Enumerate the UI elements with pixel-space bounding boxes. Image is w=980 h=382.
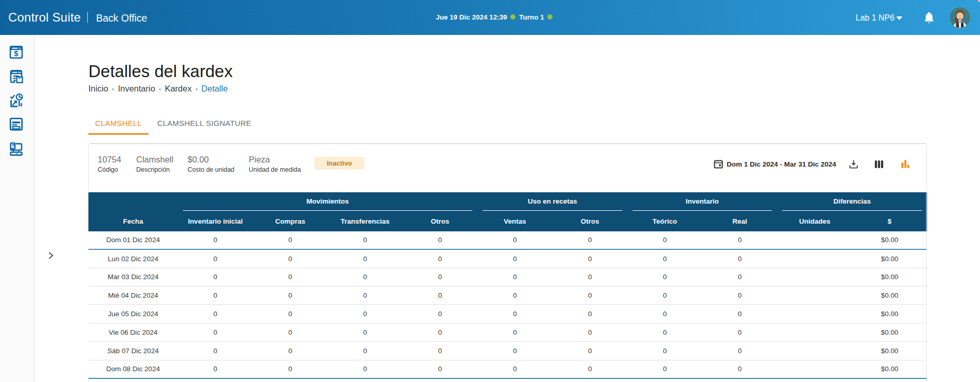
svg-text:$: $ bbox=[14, 49, 19, 58]
